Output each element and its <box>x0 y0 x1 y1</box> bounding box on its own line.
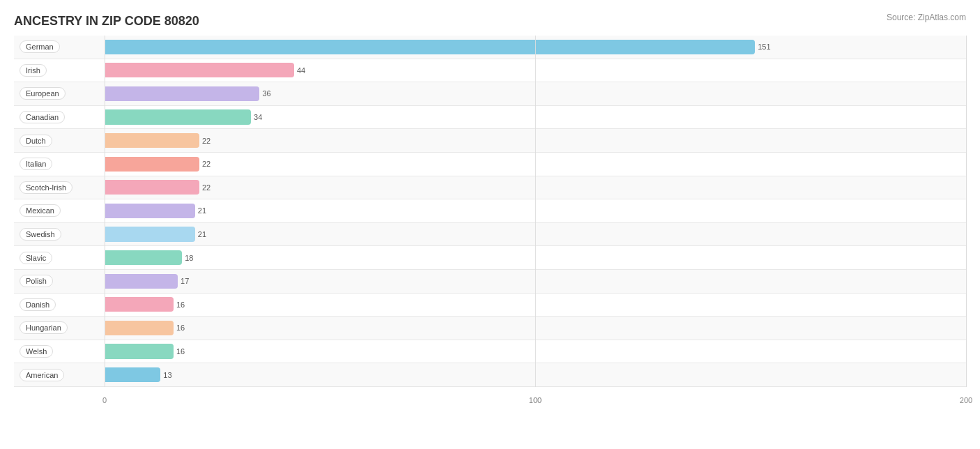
bar-value: 44 <box>297 66 305 75</box>
bar-label: American <box>14 369 105 381</box>
bar-row: Slavic18 <box>14 246 966 270</box>
bar-row: German151 <box>14 36 966 59</box>
bar-value: 16 <box>176 324 185 332</box>
bar-fill <box>105 157 199 172</box>
bar-row: American13 <box>14 363 966 387</box>
bar-fill <box>105 40 755 54</box>
bar-row: European36 <box>14 82 966 106</box>
bar-label: Italian <box>14 158 105 170</box>
label-pill: Scotch-Irish <box>20 181 72 194</box>
bar-label: Slavic <box>14 252 105 264</box>
bar-row: Welsh16 <box>14 340 966 364</box>
bar-value: 151 <box>758 43 770 51</box>
label-pill: Irish <box>20 64 47 77</box>
bar-value: 22 <box>202 160 210 168</box>
chart-title: ANCESTRY IN ZIP CODE 80820 <box>14 14 966 29</box>
bar-fill <box>105 344 174 358</box>
bar-row: Mexican21 <box>14 199 966 223</box>
bar-row: Polish17 <box>14 270 966 294</box>
bar-label: Mexican <box>14 204 105 217</box>
bar-label: Welsh <box>14 345 105 358</box>
bar-value: 36 <box>262 89 270 98</box>
bar-label: Danish <box>14 298 105 311</box>
bar-label: Scotch-Irish <box>14 181 105 194</box>
bar-value: 21 <box>198 206 206 215</box>
label-pill: Mexican <box>20 204 61 217</box>
bar-fill <box>105 109 251 124</box>
bar-fill <box>105 227 195 241</box>
label-pill: Welsh <box>20 345 53 358</box>
bar-row: Dutch22 <box>14 129 966 153</box>
label-pill: Dutch <box>20 135 52 147</box>
bar-value: 21 <box>198 230 206 238</box>
bar-label: European <box>14 87 105 100</box>
bar-label: Hungarian <box>14 321 105 334</box>
bar-fill <box>105 63 294 77</box>
bar-fill <box>105 274 178 289</box>
bar-value: 13 <box>163 371 171 379</box>
bar-value: 22 <box>202 137 210 145</box>
bar-value: 34 <box>254 113 262 121</box>
bar-row: Canadian34 <box>14 106 966 130</box>
bar-fill <box>105 86 259 101</box>
bar-fill <box>105 367 160 382</box>
label-pill: German <box>20 40 60 53</box>
bar-label: German <box>14 40 105 53</box>
label-pill: Slavic <box>20 252 52 264</box>
bar-fill <box>105 297 174 312</box>
label-pill: European <box>20 87 66 100</box>
label-pill: Danish <box>20 298 56 311</box>
label-pill: Hungarian <box>20 321 68 334</box>
bar-label: Irish <box>14 64 105 77</box>
bar-row: Swedish21 <box>14 223 966 247</box>
label-pill: Swedish <box>20 228 61 241</box>
bar-value: 17 <box>181 277 189 285</box>
bar-row: Italian22 <box>14 153 966 176</box>
source-label: Source: ZipAtlas.com <box>887 13 966 22</box>
bar-label: Swedish <box>14 228 105 241</box>
bar-row: Scotch-Irish22 <box>14 176 966 200</box>
bar-value: 22 <box>202 183 210 192</box>
bar-row: Danish16 <box>14 294 966 317</box>
bar-fill <box>105 133 199 148</box>
bar-row: Hungarian16 <box>14 317 966 340</box>
bar-value: 16 <box>176 347 185 356</box>
bar-row: Irish44 <box>14 59 966 83</box>
label-pill: Polish <box>20 275 53 287</box>
label-pill: Italian <box>20 158 52 170</box>
bar-value: 18 <box>185 254 193 262</box>
bar-value: 16 <box>176 300 185 309</box>
bar-label: Canadian <box>14 111 105 123</box>
label-pill: American <box>20 369 64 381</box>
bars-section: German151Irish44European36Canadian34Dutc… <box>14 36 966 387</box>
chart-container: ANCESTRY IN ZIP CODE 80820 Source: ZipAt… <box>0 0 980 449</box>
bar-fill <box>105 180 199 195</box>
bar-label: Polish <box>14 275 105 287</box>
bar-label: Dutch <box>14 135 105 147</box>
bar-fill <box>105 321 174 335</box>
bar-fill <box>105 250 182 265</box>
chart-area: German151Irish44European36Canadian34Dutc… <box>14 36 966 408</box>
label-pill: Canadian <box>20 111 65 123</box>
bar-fill <box>105 204 195 218</box>
